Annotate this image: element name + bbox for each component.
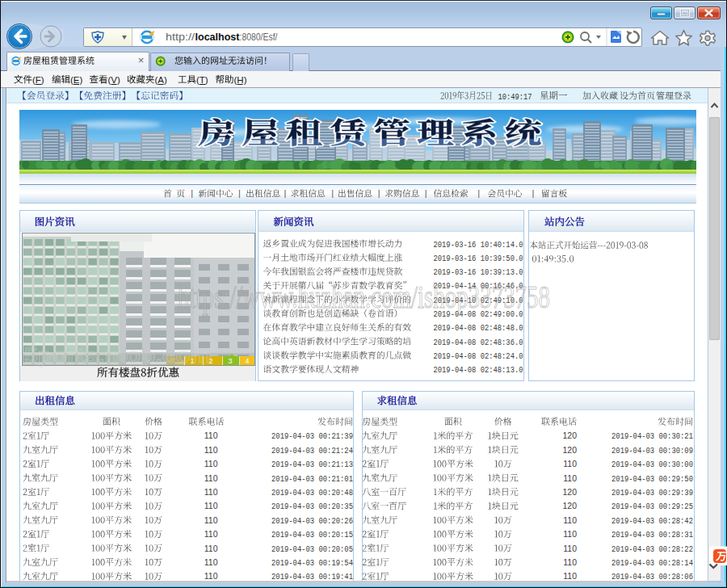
svg-text::8080/Esf/: :8080/Esf/ — [240, 32, 278, 43]
svg-text:(T): (T) — [196, 75, 208, 85]
svg-text:(H): (H) — [234, 75, 247, 85]
svg-text:2019-04-03 00:19:54: 2019-04-03 00:19:54 — [271, 558, 353, 568]
svg-text:2019-04-03 00:20:48: 2019-04-03 00:20:48 — [271, 488, 353, 498]
svg-text:2019-04-03 00:29:25: 2019-04-03 00:29:25 — [611, 502, 693, 511]
svg-text:|: | — [191, 188, 193, 198]
svg-text:110: 110 — [204, 515, 218, 525]
svg-text:2019-03-16 10:39:13.0: 2019-03-16 10:39:13.0 — [434, 267, 523, 277]
svg-text:(A): (A) — [155, 75, 168, 85]
svg-text:110: 110 — [204, 445, 218, 455]
svg-text:http://: http:// — [166, 32, 195, 43]
svg-text:2019-04-03 00:30:00: 2019-04-03 00:30:00 — [611, 460, 693, 469]
svg-text:110: 110 — [204, 473, 218, 483]
svg-text:|: | — [532, 188, 535, 198]
svg-text:2019-04-03 00:28:22: 2019-04-03 00:28:22 — [611, 544, 693, 554]
svg-text:|: | — [331, 188, 334, 198]
svg-text:110: 110 — [204, 487, 218, 497]
svg-text:2019-04-08 02:48:48.0: 2019-04-08 02:48:48.0 — [434, 323, 523, 333]
svg-text:|: | — [238, 188, 241, 198]
svg-text:110: 110 — [204, 529, 218, 539]
svg-text:120: 120 — [562, 430, 577, 440]
svg-text:|: | — [425, 188, 427, 198]
svg-text:2019-04-03 00:20:35: 2019-04-03 00:20:35 — [271, 502, 353, 511]
svg-text:https://www.huzhan.com/ishop33: https://www.huzhan.com/ishop3373758 — [178, 279, 550, 315]
svg-text:120: 120 — [562, 487, 577, 497]
svg-text:5ports.mop.com: 5ports.mop.com — [24, 343, 212, 368]
svg-text:2019-04-03 00:30:09: 2019-04-03 00:30:09 — [611, 446, 693, 456]
svg-text:110: 110 — [563, 473, 577, 483]
svg-text:2019-04-03 00:28:06: 2019-04-03 00:28:06 — [611, 572, 693, 582]
svg-text:2019-04-03 00:20:15: 2019-04-03 00:20:15 — [271, 530, 353, 540]
svg-text:110: 110 — [563, 557, 577, 567]
svg-text:(F): (F) — [32, 75, 44, 85]
svg-text:×: × — [138, 54, 145, 66]
svg-text:(V): (V) — [108, 75, 121, 85]
svg-text:(E): (E) — [70, 75, 83, 85]
svg-text:2019-04-03 00:21:01: 2019-04-03 00:21:01 — [271, 474, 353, 484]
svg-text:2019-04-03 00:28:14: 2019-04-03 00:28:14 — [611, 558, 693, 568]
svg-text:120: 120 — [562, 501, 577, 510]
svg-text:|: | — [284, 188, 287, 198]
svg-text:2019-04-03 00:20:05: 2019-04-03 00:20:05 — [271, 544, 353, 554]
svg-text:110: 110 — [204, 459, 218, 468]
svg-text:110: 110 — [563, 515, 577, 525]
svg-text:110: 110 — [204, 571, 218, 581]
svg-text:|: | — [378, 188, 380, 198]
svg-text:2019-04-03 00:28:31: 2019-04-03 00:28:31 — [611, 530, 693, 540]
svg-text:2019-04-03 00:21:39: 2019-04-03 00:21:39 — [271, 431, 353, 441]
svg-text:2019-03-16 10:39:50.0: 2019-03-16 10:39:50.0 — [434, 254, 523, 263]
svg-text:10:49:17: 10:49:17 — [498, 91, 532, 102]
svg-text:2019-04-08 02:48:13.0: 2019-04-08 02:48:13.0 — [434, 365, 523, 375]
svg-text:110: 110 — [204, 501, 218, 510]
svg-text:2019-04-08 02:48:36.0: 2019-04-08 02:48:36.0 — [434, 338, 523, 347]
svg-text:2019-03-16 10:40:14.0: 2019-03-16 10:40:14.0 — [434, 240, 523, 250]
svg-text:110: 110 — [204, 430, 218, 440]
svg-text:2019-04-08 02:48:24.0: 2019-04-08 02:48:24.0 — [434, 351, 523, 361]
svg-text:2019-04-03 00:20:26: 2019-04-03 00:20:26 — [271, 516, 353, 526]
svg-text:110: 110 — [563, 544, 577, 553]
svg-text:110: 110 — [563, 571, 577, 581]
svg-text:2019-04-03 00:19:41: 2019-04-03 00:19:41 — [271, 572, 353, 582]
svg-text:120: 120 — [562, 445, 577, 455]
svg-text:2019-04-03 00:28:42: 2019-04-03 00:28:42 — [611, 516, 693, 526]
svg-text:2019-04-03 00:30:21: 2019-04-03 00:30:21 — [611, 431, 693, 441]
svg-text:2019-04-03 00:29:39: 2019-04-03 00:29:39 — [611, 488, 693, 498]
svg-text:localhost: localhost — [195, 32, 241, 43]
svg-text:110: 110 — [204, 544, 218, 553]
svg-text:110: 110 — [563, 459, 577, 468]
svg-text:|: | — [477, 188, 480, 198]
svg-text:110: 110 — [563, 529, 577, 539]
svg-text:2019-04-03 00:21:13: 2019-04-03 00:21:13 — [271, 460, 353, 469]
svg-text:2019-04-03 00:21:24: 2019-04-03 00:21:24 — [271, 446, 353, 456]
svg-text:110: 110 — [204, 557, 218, 567]
svg-text:2019-04-03 00:29:50: 2019-04-03 00:29:50 — [611, 474, 693, 484]
